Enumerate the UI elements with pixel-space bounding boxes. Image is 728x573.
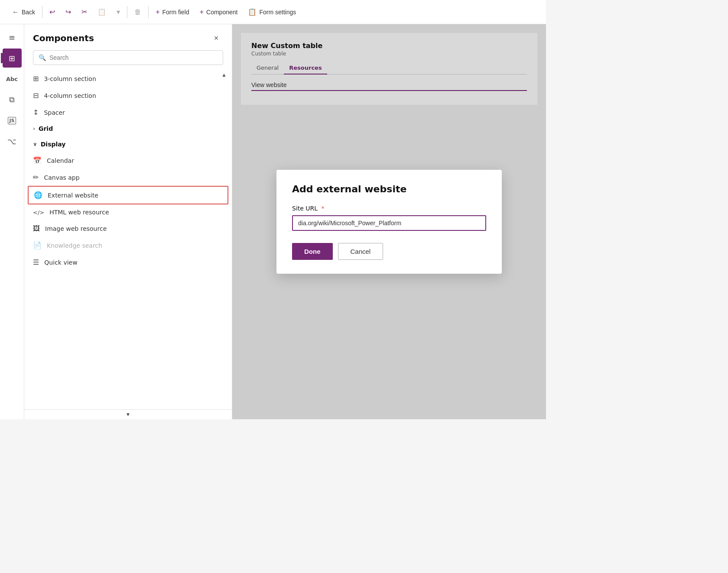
external-website-item[interactable]: 🌐 External website bbox=[28, 186, 228, 204]
back-icon: ← bbox=[12, 8, 19, 16]
knowledge-icon: 📄 bbox=[33, 241, 42, 249]
delete-button[interactable]: 🗑 bbox=[129, 5, 146, 19]
item-label: HTML web resource bbox=[49, 209, 109, 216]
main-layout: ≡ ⊞ Abc ⧉ JS ⌥ Components × 🔍 bbox=[0, 24, 546, 419]
separator-1 bbox=[42, 6, 42, 18]
back-button[interactable]: ← Back bbox=[7, 5, 40, 19]
cancel-button[interactable]: Cancel bbox=[338, 243, 384, 260]
components-header: Components × bbox=[24, 24, 232, 50]
html-icon: </> bbox=[33, 209, 44, 216]
list-item[interactable]: ☰ Quick view bbox=[24, 254, 232, 271]
chevron-down-icon: ∨ bbox=[33, 141, 37, 147]
icon-nav: ≡ ⊞ Abc ⧉ JS ⌥ bbox=[0, 24, 24, 419]
display-section-header[interactable]: ∨ Display bbox=[24, 136, 232, 152]
item-label: External website bbox=[48, 192, 98, 199]
component-button[interactable]: + Component bbox=[195, 5, 243, 19]
close-panel-button[interactable]: × bbox=[209, 31, 223, 45]
separator-3 bbox=[148, 6, 149, 18]
quickview-icon: ☰ bbox=[33, 258, 39, 266]
scroll-up-button[interactable]: ▲ bbox=[220, 70, 228, 80]
modal-overlay: Add external website Site URL * Done Can… bbox=[232, 24, 546, 419]
calendar-icon: 📅 bbox=[33, 156, 42, 165]
canvas-icon: ✏ bbox=[33, 173, 39, 181]
layers-icon: ⧉ bbox=[9, 95, 15, 104]
nav-grid[interactable]: ⊞ bbox=[3, 49, 22, 68]
modal-title: Add external website bbox=[292, 184, 486, 194]
components-panel: Components × 🔍 ▲ ⊞ 3-column section ⊟ 4-… bbox=[24, 24, 232, 419]
list-item[interactable]: </> HTML web resource bbox=[24, 204, 232, 220]
modal-box: Add external website Site URL * Done Can… bbox=[276, 170, 502, 274]
modal-buttons: Done Cancel bbox=[292, 243, 486, 260]
undo-button[interactable]: ↩ bbox=[44, 4, 60, 19]
list-item[interactable]: 🖼 Image web resource bbox=[24, 220, 232, 237]
nav-js[interactable]: JS bbox=[3, 111, 22, 130]
item-label: Quick view bbox=[44, 259, 77, 266]
knowledge-search-item: 📄 Knowledge search bbox=[24, 237, 232, 254]
nav-abc[interactable]: Abc bbox=[3, 69, 22, 88]
undo-icon: ↩ bbox=[49, 8, 55, 16]
main-toolbar: ← Back ↩ ↪ ✂ 📋 ▾ 🗑 + Form field + Compon… bbox=[0, 0, 546, 24]
search-icon: 🔍 bbox=[39, 54, 46, 61]
site-url-input[interactable] bbox=[292, 215, 486, 231]
search-box: 🔍 bbox=[33, 50, 223, 65]
item-label: Calendar bbox=[47, 157, 74, 164]
separator-2 bbox=[127, 6, 127, 18]
nav-layers[interactable]: ⧉ bbox=[3, 90, 22, 109]
back-label: Back bbox=[22, 9, 35, 16]
spacer-icon: ↕ bbox=[33, 108, 39, 117]
form-settings-button[interactable]: 📋 Form settings bbox=[243, 4, 301, 19]
chevron-right-icon: › bbox=[33, 126, 35, 132]
list-item[interactable]: ✏ Canvas app bbox=[24, 169, 232, 186]
item-label: Canvas app bbox=[44, 174, 79, 181]
list-item[interactable]: 📅 Calendar bbox=[24, 152, 232, 169]
content-area: New Custom table Custom table General Re… bbox=[232, 24, 546, 419]
list-item[interactable]: ⊟ 4-column section bbox=[24, 87, 232, 104]
cut-icon: ✂ bbox=[81, 8, 87, 16]
image-icon: 🖼 bbox=[33, 224, 40, 233]
cut-button[interactable]: ✂ bbox=[76, 4, 92, 19]
dropdown-button[interactable]: ▾ bbox=[111, 4, 125, 19]
form-field-label: Form field bbox=[162, 9, 189, 16]
js-icon: JS bbox=[8, 117, 16, 124]
item-label: 4-column section bbox=[44, 92, 96, 99]
delete-icon: 🗑 bbox=[134, 8, 141, 16]
item-label: 3-column section bbox=[44, 75, 96, 82]
tree-icon: ⌥ bbox=[7, 137, 16, 146]
add-component-icon: + bbox=[200, 8, 204, 16]
scroll-down-button[interactable]: ▼ bbox=[126, 411, 131, 418]
nav-hamburger[interactable]: ≡ bbox=[3, 28, 22, 47]
paste-button[interactable]: 📋 bbox=[92, 4, 111, 19]
item-label: Image web resource bbox=[45, 225, 107, 232]
abc-icon: Abc bbox=[6, 76, 18, 82]
form-field-button[interactable]: + Form field bbox=[150, 5, 195, 19]
external-website-icon: 🌐 bbox=[34, 191, 42, 199]
add-form-field-icon: + bbox=[156, 8, 159, 16]
done-button[interactable]: Done bbox=[292, 243, 333, 260]
item-label: Knowledge search bbox=[47, 242, 102, 249]
required-indicator: * bbox=[322, 205, 325, 212]
display-section-label: Display bbox=[41, 141, 66, 148]
grid-section-header[interactable]: › Grid bbox=[24, 121, 232, 136]
dropdown-icon: ▾ bbox=[117, 8, 120, 16]
three-col-icon: ⊞ bbox=[33, 74, 39, 83]
grid-section-label: Grid bbox=[39, 125, 53, 132]
four-col-icon: ⊟ bbox=[33, 91, 39, 100]
paste-icon: 📋 bbox=[98, 8, 106, 16]
form-settings-icon: 📋 bbox=[248, 8, 257, 16]
item-label: Spacer bbox=[44, 109, 65, 116]
search-input[interactable] bbox=[49, 54, 218, 61]
components-title: Components bbox=[33, 33, 94, 43]
nav-tree[interactable]: ⌥ bbox=[3, 132, 22, 151]
form-settings-label: Form settings bbox=[259, 9, 296, 16]
list-item[interactable]: ⊞ 3-column section bbox=[24, 70, 232, 87]
components-list: ▲ ⊞ 3-column section ⊟ 4-column section … bbox=[24, 70, 232, 409]
component-label: Component bbox=[206, 9, 237, 16]
hamburger-icon: ≡ bbox=[9, 33, 15, 42]
close-icon: × bbox=[214, 34, 219, 43]
list-item[interactable]: ↕ Spacer bbox=[24, 104, 232, 121]
site-url-label: Site URL * bbox=[292, 205, 486, 212]
grid-nav-icon: ⊞ bbox=[9, 54, 15, 63]
redo-button[interactable]: ↪ bbox=[60, 4, 76, 19]
redo-icon: ↪ bbox=[65, 8, 71, 16]
